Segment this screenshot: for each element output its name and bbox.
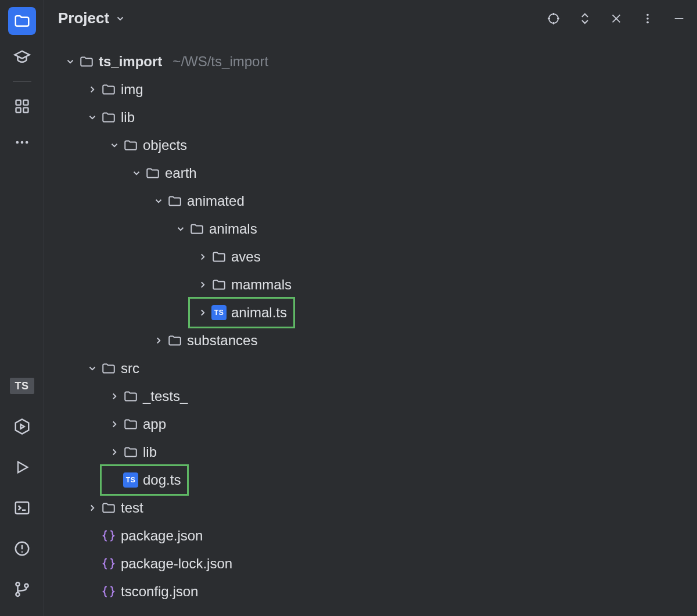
chevron-down-icon <box>65 56 76 67</box>
folder-icon <box>101 500 116 515</box>
tree-item[interactable]: img <box>44 76 697 103</box>
chevron-right-icon <box>87 84 98 95</box>
chevron-right-icon <box>153 335 164 346</box>
folder-icon <box>145 166 160 181</box>
chevron-right-icon <box>197 280 208 290</box>
chevron-right-icon <box>87 503 98 513</box>
json-icon <box>101 556 116 571</box>
folder-icon <box>79 54 94 69</box>
tree-item[interactable]: package.json <box>44 522 697 550</box>
terminal-icon <box>13 499 31 517</box>
svg-rect-0 <box>16 101 20 105</box>
svg-point-16 <box>646 21 649 23</box>
folder-icon <box>101 82 116 97</box>
folder-icon <box>101 361 116 376</box>
chevron-down-icon <box>131 168 142 178</box>
svg-rect-3 <box>23 108 28 112</box>
tree-item[interactable]: lib <box>44 438 697 466</box>
academy-button[interactable] <box>8 43 36 71</box>
tree-item-label: _tests_ <box>143 388 188 404</box>
tree-item-label: mammals <box>231 277 292 293</box>
chevron-right-icon <box>197 307 208 318</box>
hide-button[interactable] <box>609 11 624 26</box>
left-nav-rail: TS <box>0 0 44 616</box>
structure-button[interactable] <box>8 92 36 120</box>
chevron-down-icon <box>115 13 125 24</box>
tree-item[interactable]: earth <box>44 159 697 187</box>
chevron-right-icon <box>109 391 120 402</box>
tree-item[interactable]: animals <box>44 215 697 243</box>
svg-point-15 <box>646 17 649 20</box>
tree-item-label: img <box>121 81 143 98</box>
svg-point-9 <box>21 551 23 553</box>
run-button[interactable] <box>8 453 36 481</box>
problems-button[interactable] <box>8 535 36 563</box>
play-icon <box>14 459 30 475</box>
chevron-down-icon <box>109 140 120 151</box>
ellipsis-icon <box>14 134 30 151</box>
project-panel: Project <box>44 0 697 616</box>
svg-point-13 <box>549 14 558 23</box>
chevron-down-icon <box>87 112 98 123</box>
project-tool-button[interactable] <box>8 7 36 35</box>
svg-point-11 <box>16 593 19 596</box>
folder-icon <box>13 12 31 30</box>
tree-item-label: objects <box>143 137 187 153</box>
tree-item[interactable]: substances <box>44 327 697 354</box>
svg-rect-2 <box>16 108 20 112</box>
project-tree[interactable]: ts_import~/WS/ts_import img lib objects … <box>44 37 697 616</box>
grid-icon <box>14 98 30 114</box>
tree-item-label: package.json <box>121 528 203 544</box>
ts-file-icon: TS <box>123 472 138 488</box>
tree-item[interactable]: lib <box>44 103 697 131</box>
tree-item-label: earth <box>165 165 197 181</box>
tree-item[interactable]: package-lock.json <box>44 550 697 578</box>
folder-icon <box>189 221 204 237</box>
json-icon <box>101 584 116 599</box>
svg-point-5 <box>20 141 23 144</box>
chevron-right-icon <box>197 252 208 262</box>
tree-item[interactable]: TSanimal.ts <box>44 299 697 327</box>
panel-title-button[interactable]: Project <box>58 9 125 27</box>
chevron-down-icon <box>153 196 164 206</box>
tree-item-label: lib <box>121 109 135 126</box>
options-button[interactable] <box>640 11 655 26</box>
svg-point-6 <box>25 141 28 144</box>
folder-icon <box>167 333 182 348</box>
typescript-tool-button[interactable]: TS <box>8 372 36 400</box>
tree-item[interactable]: _tests_ <box>44 382 697 410</box>
tree-item[interactable]: aves <box>44 243 697 271</box>
folder-icon <box>123 138 138 153</box>
folder-icon <box>101 110 116 125</box>
tree-item-label: src <box>121 360 139 377</box>
tree-item[interactable]: objects <box>44 131 697 159</box>
svg-rect-1 <box>23 101 28 105</box>
svg-point-14 <box>646 13 649 16</box>
minimize-icon <box>673 12 685 25</box>
expand-collapse-icon <box>578 12 592 26</box>
tree-item[interactable]: test <box>44 494 697 522</box>
tree-item[interactable]: animated <box>44 187 697 215</box>
tree-item-label: substances <box>187 332 257 349</box>
minimize-button[interactable] <box>671 11 687 26</box>
tree-item-label: app <box>143 416 166 432</box>
tree-item[interactable]: app <box>44 410 697 438</box>
expand-collapse-button[interactable] <box>577 11 592 26</box>
svg-rect-7 <box>15 502 28 514</box>
svg-point-4 <box>16 141 19 144</box>
tree-root[interactable]: ts_import~/WS/ts_import <box>44 48 697 76</box>
tree-item[interactable]: TSdog.ts <box>44 466 697 494</box>
services-button[interactable] <box>8 413 36 440</box>
tree-item-label: tsconfig.json <box>121 583 198 600</box>
more-button[interactable] <box>8 128 36 156</box>
target-icon <box>547 12 561 26</box>
tree-item[interactable]: mammals <box>44 271 697 299</box>
version-control-button[interactable] <box>8 575 36 603</box>
terminal-button[interactable] <box>8 494 36 522</box>
ts-badge-icon: TS <box>10 378 34 394</box>
select-opened-file-button[interactable] <box>546 11 561 26</box>
folder-icon <box>211 249 227 264</box>
tree-item[interactable]: tsconfig.json <box>44 578 697 606</box>
tree-item[interactable]: src <box>44 354 697 382</box>
tree-item-path: ~/WS/ts_import <box>173 53 268 70</box>
